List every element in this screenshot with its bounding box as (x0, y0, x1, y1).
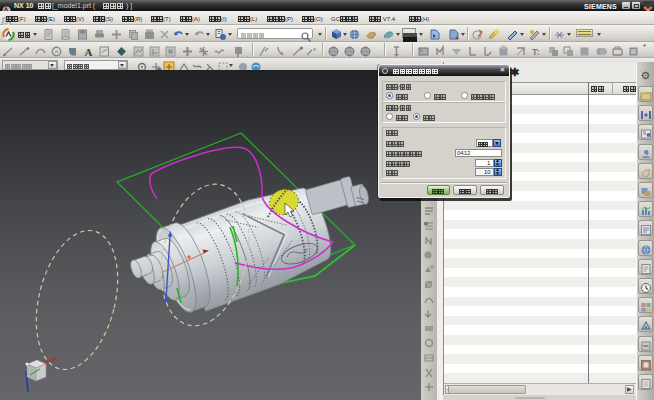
svg-text:x: x (313, 46, 316, 52)
svg-text:T:: T: (532, 47, 540, 57)
svg-text:A: A (85, 46, 93, 58)
